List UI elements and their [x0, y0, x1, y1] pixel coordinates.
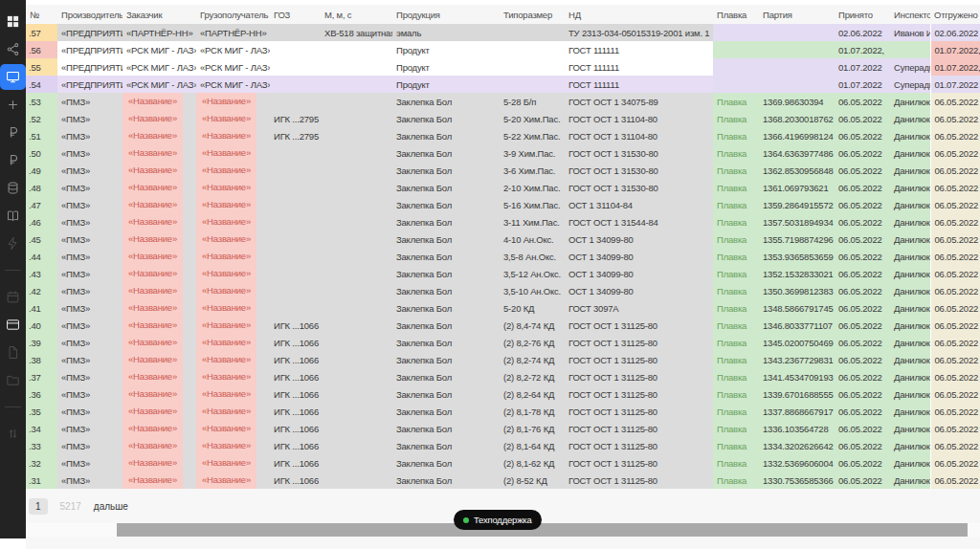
cell-producer: «ПМЗ» [57, 162, 122, 179]
table-row[interactable]: .50«ПМЗ»«Название»«Название»Заклепка Бол… [26, 144, 980, 162]
table-row[interactable]: .42«ПМЗ»«Название»«Название»Заклепка Бол… [26, 282, 980, 299]
table-row[interactable]: .37«ПМЗ»«Название»«Название»ИГК ...1066З… [26, 368, 980, 385]
cell-goz [270, 179, 321, 196]
table-row[interactable]: .57«ПРЕДПРИЯТИЕ»«ПАРТНЁР-НН»«ПАРТНЁР-НН»… [26, 24, 980, 41]
melt-link[interactable]: Плавка [717, 320, 746, 331]
cell-size: 3,5-12 Ан.Окс. [500, 265, 565, 282]
lightning-icon[interactable] [0, 230, 26, 257]
column-header-num[interactable]: № [26, 5, 57, 24]
table-row[interactable]: .52«ПМЗ»«Название»«Название»ИГК ...2795З… [26, 110, 980, 127]
table-row[interactable]: .47«ПМЗ»«Название»«Название»Заклепка Бол… [26, 196, 980, 213]
table-row[interactable]: .31«ПМЗ»«Название»«Название»ИГК ...1066З… [26, 472, 980, 489]
melt-link[interactable]: Плавка [717, 183, 746, 193]
table-row[interactable]: .41«ПМЗ»«Название»«Название»Заклепка Бол… [26, 299, 980, 317]
cell-product: Заклепка Бол [392, 93, 500, 110]
cell-customer: «Название» [122, 265, 196, 282]
support-button[interactable]: Техподдержка [454, 510, 542, 530]
melt-link[interactable]: Плавка [717, 458, 746, 469]
table-row[interactable]: .36«ПМЗ»«Название»«Название»ИГК ...1066З… [26, 385, 980, 403]
melt-link[interactable]: Плавка [717, 441, 746, 451]
column-header-customer[interactable]: Заказчик [122, 5, 196, 24]
melt-link[interactable]: Плавка [717, 406, 746, 417]
column-header-inspector[interactable]: Инспекто [890, 5, 930, 24]
file-icon[interactable] [0, 339, 26, 366]
table-row[interactable]: .34«ПМЗ»«Название»«Название»ИГК ...1066З… [26, 420, 980, 437]
melt-link[interactable]: Плавка [717, 165, 746, 176]
name-highlight: «Название» [196, 368, 256, 385]
cell-consignee: «ПАРТНЁР-НН» [196, 24, 270, 41]
cell-size: 3,5-10 Ан.Окс. [500, 282, 565, 299]
melt-link[interactable]: Плавка [717, 303, 746, 314]
table-row[interactable]: .56«ПРЕДПРИЯТИЕ»«РСК МИГ - ЛАЗ»«РСК МИГ … [26, 41, 980, 58]
column-header-producer[interactable]: Производитель [57, 5, 122, 24]
column-header-size[interactable]: Типоразмер [500, 5, 565, 24]
table-row[interactable]: .54«ПРЕДПРИЯТИЕ»«РСК МИГ - ЛАЗ»«РСК МИГ … [26, 76, 980, 93]
cell-producer: «ПМЗ» [57, 437, 122, 454]
cell-mmc [321, 179, 392, 196]
table-row[interactable]: .44«ПМЗ»«Название»«Название»Заклепка Бол… [26, 248, 980, 265]
next-page-link[interactable]: дальше [94, 501, 128, 512]
melt-link[interactable]: Плавка [717, 286, 746, 296]
melt-link[interactable]: Плавка [717, 217, 746, 228]
melt-link[interactable]: Плавка [717, 372, 746, 383]
horizontal-scrollbar-thumb[interactable] [117, 523, 968, 537]
table-row[interactable]: .45«ПМЗ»«Название»«Название»Заклепка Бол… [26, 231, 980, 248]
column-header-mmc[interactable]: М, м, с [321, 5, 392, 24]
melt-link[interactable]: Плавка [717, 389, 746, 400]
cell-mmc [321, 265, 392, 282]
melt-link[interactable]: Плавка [717, 200, 746, 210]
table-row[interactable]: .48«ПМЗ»«Название»«Название»Заклепка Бол… [26, 179, 980, 196]
melt-link[interactable]: Плавка [717, 97, 746, 107]
column-header-accepted[interactable]: Принято [835, 5, 890, 24]
column-header-melt[interactable]: Плавка [713, 5, 759, 24]
folder-icon[interactable] [0, 366, 26, 394]
cell-melt: Плавка [713, 317, 759, 334]
table-row[interactable]: .53«ПМЗ»«Название»«Название»Заклепка Бол… [26, 93, 980, 110]
ruble2-icon[interactable] [0, 146, 26, 174]
melt-link[interactable]: Плавка [717, 234, 746, 245]
cell-inspector: Суперадм [890, 76, 930, 93]
column-header-consignee[interactable]: Грузополучатель [196, 5, 270, 24]
sort-icon[interactable] [0, 420, 26, 448]
database-icon[interactable] [0, 174, 26, 202]
cell-size: (2) 8,2-74 КД [500, 351, 565, 368]
column-header-product[interactable]: Продукция [392, 5, 500, 24]
column-header-goz[interactable]: ГОЗ [270, 5, 321, 24]
name-highlight: «Название» [122, 127, 183, 144]
browser-window-icon[interactable] [0, 311, 26, 339]
network-icon[interactable] [0, 35, 26, 63]
melt-link[interactable]: Плавка [717, 424, 746, 434]
cell-consignee: «Название» [196, 472, 270, 489]
table-row[interactable]: .55«ПРЕДПРИЯТИЕ»«РСК МИГ - ЛАЗ»«РСК МИГ … [26, 58, 980, 76]
add-icon[interactable] [0, 91, 26, 119]
table-row[interactable]: .40«ПМЗ»«Название»«Название»ИГК ...1066З… [26, 317, 980, 334]
melt-link[interactable]: Плавка [717, 475, 746, 486]
table-row[interactable]: .46«ПМЗ»«Название»«Название»Заклепка Бол… [26, 213, 980, 231]
melt-link[interactable]: Плавка [717, 148, 746, 159]
table-row[interactable]: .39«ПМЗ»«Название»«Название»ИГК ...1066З… [26, 334, 980, 351]
column-header-shipped[interactable]: Отгружено [930, 5, 980, 24]
table-row[interactable]: .51«ПМЗ»«Название»«Название»ИГК ...2795З… [26, 127, 980, 144]
melt-link[interactable]: Плавка [717, 338, 746, 348]
column-header-nd[interactable]: НД [565, 5, 713, 24]
melt-link[interactable]: Плавка [717, 252, 746, 262]
table-row[interactable]: .33«ПМЗ»«Название»«Название»ИГК ...1066З… [26, 437, 980, 454]
column-header-batch[interactable]: Партия [759, 5, 835, 24]
monitor-icon[interactable] [0, 64, 26, 90]
dashboard-icon[interactable] [0, 8, 26, 35]
ruble-icon[interactable] [0, 119, 26, 146]
page-current[interactable]: 1 [29, 498, 48, 515]
melt-link[interactable]: Плавка [717, 131, 746, 142]
table-row[interactable]: .49«ПМЗ»«Название»«Название»Заклепка Бол… [26, 162, 980, 179]
melt-link[interactable]: Плавка [717, 269, 746, 279]
cell-batch: 1337.8868667917 [759, 403, 835, 420]
table-row[interactable]: .32«ПМЗ»«Название»«Название»ИГК ...1066З… [26, 454, 980, 472]
table-row[interactable]: .38«ПМЗ»«Название»«Название»ИГК ...1066З… [26, 351, 980, 368]
melt-link[interactable]: Плавка [717, 114, 746, 124]
table-row[interactable]: .43«ПМЗ»«Название»«Название»Заклепка Бол… [26, 265, 980, 282]
table-row[interactable]: .35«ПМЗ»«Название»«Название»ИГК ...1066З… [26, 403, 980, 420]
calendar-icon[interactable] [0, 283, 26, 311]
melt-link[interactable]: Плавка [717, 355, 746, 365]
cell-consignee: «Название» [196, 282, 270, 299]
book-icon[interactable] [0, 202, 26, 230]
